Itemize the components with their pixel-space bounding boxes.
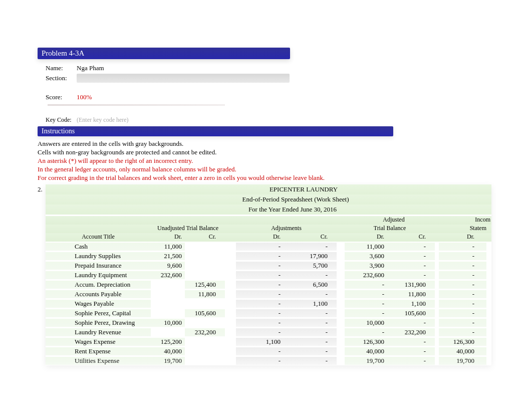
account-title-cell: Laundry Revenue — [46, 328, 151, 336]
atb-dr-cell: 3,600 — [345, 252, 387, 260]
instructions-line5: For correct grading in the trial balance… — [38, 173, 532, 182]
adj-dr-cell[interactable]: 1,100 — [236, 338, 284, 346]
adj-dr-cell[interactable]: - — [236, 347, 284, 355]
is-dr-cell: - — [439, 281, 486, 289]
instructions-bar: Instructions — [38, 126, 393, 136]
account-title-cell: Rent Expense — [46, 347, 151, 355]
account-title-header: Account Title — [46, 233, 151, 242]
is-dr-cell: - — [439, 262, 486, 270]
atb-cr-cell: 131,900 — [387, 281, 435, 289]
account-title-cell: Sophie Perez, Drawing — [46, 319, 151, 327]
section-number: 2. — [38, 185, 43, 193]
table-row: Rent Expense40,000--40,000-40,000 — [46, 346, 491, 356]
atb-cr-cell: - — [387, 262, 435, 270]
table-row: Prepaid Insurance9,600-5,7003,900-- — [46, 261, 491, 270]
adj-cr-cell[interactable]: 17,900 — [284, 252, 337, 260]
keycode-label: Key Code: — [46, 116, 77, 124]
atb-dr-cell: 19,700 — [345, 357, 387, 365]
adj-cr-cell[interactable]: - — [284, 271, 337, 279]
instructions-line1: Answers are entered in the cells with gr… — [38, 139, 532, 148]
adj-dr-header: Dr. — [236, 233, 284, 242]
adjustments-label: Adjustments — [236, 225, 337, 233]
column-group-row1: Adjusted Incom — [46, 216, 491, 225]
account-title-cell: Prepaid Insurance — [46, 262, 151, 270]
is-dr-cell: - — [439, 290, 486, 298]
adj-cr-cell[interactable]: - — [284, 357, 337, 365]
column-group-row2: Unadjusted Trial Balance Adjustments Tri… — [46, 225, 491, 233]
is-dr-cell: 126,300 — [439, 338, 486, 346]
account-title-cell: Sophie Perez, Capital — [46, 309, 151, 317]
adj-cr-cell[interactable]: 6,500 — [284, 281, 337, 289]
adj-dr-cell[interactable]: - — [236, 243, 284, 251]
adj-cr-cell[interactable]: - — [284, 328, 337, 336]
account-title-cell: Cash — [46, 243, 151, 251]
table-row: Laundry Supplies21,500-17,9003,600-- — [46, 251, 491, 261]
table-row: Wages Payable-1,100-1,100- — [46, 299, 491, 308]
is-dr-cell: - — [439, 328, 486, 336]
worksheet: EPICENTER LAUNDRY End-of-Period Spreadsh… — [46, 184, 491, 365]
info-grid: Name: Nga Pham Section: Score: 100% Key … — [46, 63, 532, 125]
adj-dr-cell[interactable]: - — [236, 262, 284, 270]
adj-cr-header: Cr. — [284, 233, 337, 242]
table-row: Accounts Payable11,800---11,800- — [46, 289, 491, 299]
is-dr-cell: - — [439, 309, 486, 317]
account-title-cell: Accum. Depreciation — [46, 281, 151, 289]
adj-dr-cell[interactable]: - — [236, 290, 284, 298]
atb-dr-cell: 232,600 — [345, 271, 387, 279]
utb-dr-cell: 125,200 — [151, 338, 185, 346]
table-row: Wages Expense125,2001,100-126,300-126,30… — [46, 337, 491, 346]
utb-dr-cell: 10,000 — [151, 319, 185, 327]
account-title-cell: Utilities Expense — [46, 357, 151, 365]
instructions-line2: Cells with non-gray backgrounds are prot… — [38, 148, 532, 156]
atb-cr-cell: 105,600 — [387, 309, 435, 317]
keycode-input[interactable]: (Enter key code here) — [77, 116, 129, 124]
adj-cr-cell[interactable]: - — [284, 319, 337, 327]
is-dr-cell: - — [439, 319, 486, 327]
utb-dr-header: Dr. — [151, 233, 185, 242]
table-row: Cash11,000--11,000-- — [46, 242, 491, 251]
atb-cr-cell: - — [387, 271, 435, 279]
atb-cr-cell: 11,800 — [387, 290, 435, 298]
score-value: 100% — [77, 93, 92, 101]
atb-dr-cell: 10,000 — [345, 319, 387, 327]
atb-dr-cell: - — [345, 300, 387, 308]
atb-dr-cell: 40,000 — [345, 347, 387, 355]
problem-title-bar: Problem 4-3A — [38, 48, 290, 59]
section-input[interactable] — [77, 74, 290, 83]
account-title-cell: Wages Payable — [46, 300, 151, 308]
unadjusted-tb-label: Unadjusted Trial Balance — [151, 225, 225, 233]
atb-dr-cell: - — [345, 290, 387, 298]
adj-dr-cell[interactable]: - — [236, 252, 284, 260]
score-underline — [48, 104, 225, 106]
adjusted-tb-label: Trial Balance — [345, 225, 435, 233]
atb-dr-cell: - — [345, 309, 387, 317]
adj-cr-cell[interactable]: - — [284, 290, 337, 298]
adj-cr-cell[interactable]: - — [284, 347, 337, 355]
adj-dr-cell[interactable]: - — [236, 271, 284, 279]
account-title-cell: Laundry Equipment — [46, 271, 151, 279]
account-title-cell: Wages Expense — [46, 338, 151, 346]
adj-dr-cell[interactable]: - — [236, 300, 284, 308]
adj-dr-cell[interactable]: - — [236, 328, 284, 336]
utb-dr-cell: 9,600 — [151, 262, 185, 270]
adj-dr-cell[interactable]: - — [236, 281, 284, 289]
adj-dr-cell[interactable]: - — [236, 309, 284, 317]
adj-dr-cell[interactable]: - — [236, 319, 284, 327]
adj-cr-cell[interactable]: - — [284, 338, 337, 346]
atb-dr-cell: 3,900 — [345, 262, 387, 270]
utb-cr-header: Cr. — [185, 233, 225, 242]
adj-cr-cell[interactable]: 5,700 — [284, 262, 337, 270]
account-title-cell: Laundry Supplies — [46, 252, 151, 260]
table-row: Sophie Perez, Drawing10,000--10,000-- — [46, 318, 491, 327]
worksheet-title: End-of-Period Spreadsheet (Work Sheet) — [46, 194, 491, 204]
column-labels-row: Account Title Dr. Cr. Dr. Cr. Dr. Cr. Dr… — [46, 233, 491, 242]
atb-dr-cell: - — [345, 281, 387, 289]
atb-dr-cell: - — [345, 328, 387, 336]
adj-cr-cell[interactable]: - — [284, 309, 337, 317]
adj-dr-cell[interactable]: - — [236, 357, 284, 365]
adj-cr-cell[interactable]: - — [284, 243, 337, 251]
atb-dr-cell: 126,300 — [345, 338, 387, 346]
table-row: Laundry Equipment232,600--232,600-- — [46, 270, 491, 280]
utb-dr-cell: 232,600 — [151, 271, 185, 279]
adj-cr-cell[interactable]: 1,100 — [284, 300, 337, 308]
